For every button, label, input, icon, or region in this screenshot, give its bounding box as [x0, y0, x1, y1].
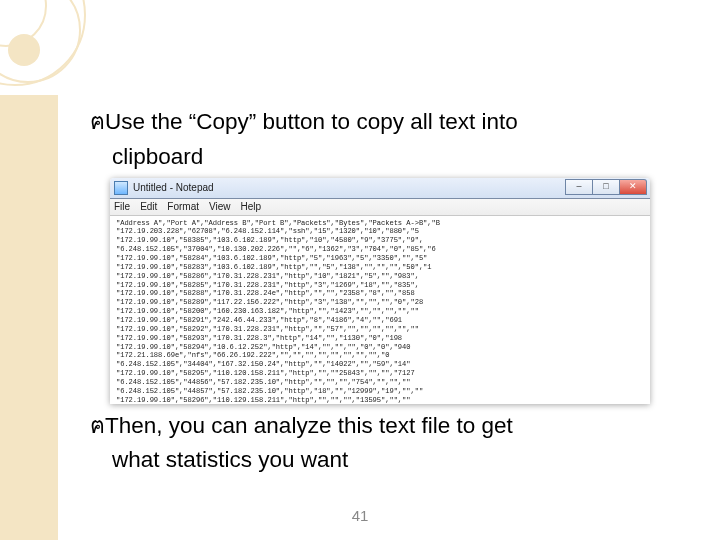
bullet-1: ฅUse the “Copy” button to copy all text …	[90, 108, 674, 137]
notepad-textarea[interactable]: "Address A","Port A","Address B","Port B…	[110, 216, 650, 404]
maximize-button[interactable]: □	[593, 179, 620, 195]
close-button[interactable]: ✕	[620, 179, 647, 195]
minimize-button[interactable]: –	[565, 179, 593, 195]
bullet-2-text-line1: Then, you can analyze this text file to …	[105, 413, 513, 438]
titlebar: Untitled - Notepad – □ ✕	[110, 178, 650, 199]
bullet-glyph-icon: ฅ	[90, 413, 105, 438]
window-title: Untitled - Notepad	[133, 182, 214, 193]
notepad-screenshot: Untitled - Notepad – □ ✕ File Edit Forma…	[110, 178, 650, 404]
notepad-icon	[114, 181, 128, 195]
window-controls: – □ ✕	[565, 179, 647, 195]
menu-file[interactable]: File	[114, 201, 130, 212]
bullet-2: ฅThen, you can analyze this text file to…	[90, 412, 674, 441]
bullet-2-text-line2: what statistics you want	[90, 446, 674, 475]
menu-view[interactable]: View	[209, 201, 231, 212]
menu-format[interactable]: Format	[167, 201, 199, 212]
menu-edit[interactable]: Edit	[140, 201, 157, 212]
bullet-1-text-line2: clipboard	[90, 143, 674, 172]
bullet-1-text-line1: Use the “Copy” button to copy all text i…	[105, 109, 518, 134]
menu-help[interactable]: Help	[241, 201, 262, 212]
menubar: File Edit Format View Help	[110, 199, 650, 216]
page-number: 41	[0, 507, 720, 524]
bullet-glyph-icon: ฅ	[90, 109, 105, 134]
notepad-window: Untitled - Notepad – □ ✕ File Edit Forma…	[110, 178, 650, 404]
